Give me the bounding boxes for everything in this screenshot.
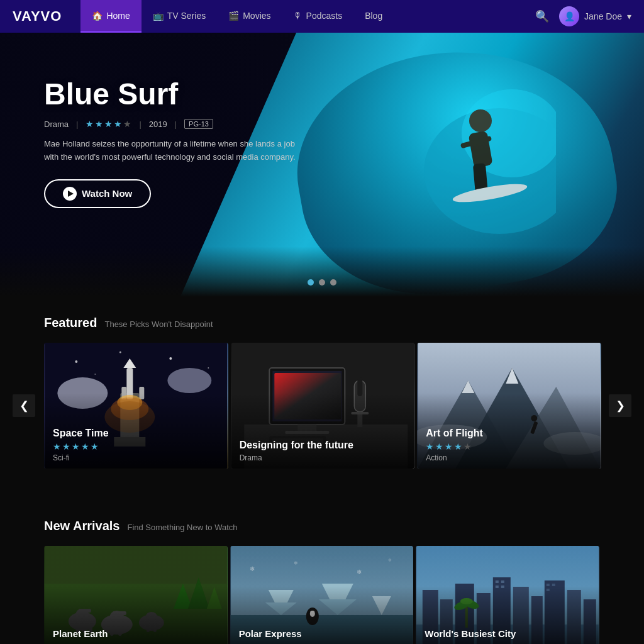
featured-card-space-time[interactable]: Space Time ★ ★ ★ ★ ★ Sci-fi — [44, 343, 228, 469]
dot-1[interactable] — [308, 279, 314, 286]
carousel-left-arrow[interactable]: ❮ — [13, 394, 35, 417]
hero-description: Mae Holland seizes the opportunity of a … — [44, 138, 308, 164]
carousel-right-arrow[interactable]: ❯ — [609, 394, 631, 417]
nav-label-blog: Blog — [365, 11, 382, 21]
arrival-card-polar-express[interactable]: ❄ ❄ ❄ ❄ Polar Express — [230, 546, 414, 644]
featured-cards-row: Space Time ★ ★ ★ ★ ★ Sci-fi — [0, 343, 644, 469]
card-genre-art-of-flight: Action — [426, 453, 592, 462]
nav-item-home[interactable]: 🏠 Home — [80, 0, 141, 33]
hero-content: Blue Surf Drama | ★ ★ ★ ★ ★ | 2019 | PG-… — [0, 33, 644, 208]
arrival-title-worlds-busiest-city: World's Busiest City — [425, 628, 516, 639]
podcasts-icon: 🎙 — [294, 11, 303, 21]
hero-banner: Blue Surf Drama | ★ ★ ★ ★ ★ | 2019 | PG-… — [0, 33, 644, 297]
arrival-card-worlds-busiest-city[interactable]: World's Busiest City — [416, 546, 599, 644]
dot-2[interactable] — [319, 279, 325, 286]
movies-icon: 🎬 — [228, 11, 239, 21]
arrival-title-polar-express: Polar Express — [239, 628, 302, 639]
nav-label-movies: Movies — [243, 11, 270, 21]
arrival-card-planet-earth[interactable]: Planet Earth — [44, 546, 228, 644]
chevron-down-icon: ▾ — [627, 11, 631, 21]
nav-item-blog[interactable]: Blog — [353, 0, 394, 33]
play-icon — [63, 187, 77, 201]
new-arrivals-title: New Arrivals — [44, 519, 119, 533]
card-image-art-of-flight: Art of Flight ★ ★ ★ ★ ★ Action — [417, 343, 601, 469]
nav-item-podcasts[interactable]: 🎙 Podcasts — [282, 0, 354, 33]
dot-3[interactable] — [330, 279, 336, 286]
hero-genre: Drama — [44, 119, 69, 129]
brand-logo[interactable]: VAYVO — [13, 8, 62, 25]
card-title-space-time: Space Time — [53, 428, 219, 439]
home-icon: 🏠 — [92, 11, 103, 21]
nav-label-home: Home — [106, 11, 130, 21]
new-arrivals-section: New Arrivals Find Something New to Watch — [0, 500, 644, 644]
new-arrivals-row: Planet Earth — [0, 546, 644, 644]
card-title-art-of-flight: Art of Flight — [426, 428, 592, 439]
arrival-title-planet-earth: Planet Earth — [53, 628, 108, 639]
new-arrivals-subtitle: Find Something New to Watch — [127, 523, 237, 532]
featured-subtitle: These Picks Won't Disappoint — [104, 319, 213, 329]
card-image-designing-future: Designing for the future Drama — [231, 343, 415, 469]
avatar: 👤 — [559, 6, 579, 26]
hero-meta: Drama | ★ ★ ★ ★ ★ | 2019 | PG-13 — [44, 119, 600, 129]
user-menu[interactable]: 👤 Jane Doe ▾ — [559, 6, 631, 26]
card-image-space-time: Space Time ★ ★ ★ ★ ★ Sci-fi — [44, 343, 228, 469]
card-stars-art-of-flight: ★ ★ ★ ★ ★ — [426, 441, 592, 452]
card-stars-space-time: ★ ★ ★ ★ ★ — [53, 441, 219, 452]
watch-now-label: Watch Now — [82, 188, 132, 199]
user-name: Jane Doe — [584, 11, 622, 21]
card-genre-space-time: Sci-fi — [53, 453, 219, 462]
watch-now-button[interactable]: Watch Now — [44, 179, 151, 208]
new-arrivals-header: New Arrivals Find Something New to Watch — [0, 519, 644, 533]
nav-label-podcasts: Podcasts — [306, 11, 343, 21]
nav-right: 🔍 👤 Jane Doe ▾ — [535, 6, 631, 26]
featured-cards-wrap: ❮ — [0, 343, 644, 469]
hero-mpaa-rating: PG-13 — [184, 119, 213, 129]
featured-header: Featured These Picks Won't Disappoint — [0, 316, 644, 330]
featured-card-art-of-flight[interactable]: Art of Flight ★ ★ ★ ★ ★ Action — [417, 343, 601, 469]
hero-year: 2019 — [149, 119, 167, 129]
featured-card-designing-future[interactable]: Designing for the future Drama — [231, 343, 415, 469]
nav-items: 🏠 Home 📺 TV Series 🎬 Movies 🎙 Podcasts B… — [80, 0, 535, 33]
hero-rating-stars: ★ ★ ★ ★ ★ — [86, 119, 131, 129]
card-title-designing-future: Designing for the future — [240, 440, 406, 451]
search-button[interactable]: 🔍 — [535, 9, 549, 23]
tv-icon: 📺 — [153, 11, 164, 21]
hero-fade — [0, 247, 644, 297]
nav-item-tv-series[interactable]: 📺 TV Series — [142, 0, 217, 33]
featured-title: Featured — [44, 316, 97, 330]
navbar: VAYVO 🏠 Home 📺 TV Series 🎬 Movies 🎙 Podc… — [0, 0, 644, 33]
card-genre-designing-future: Drama — [240, 453, 406, 462]
carousel-dots — [308, 279, 336, 286]
featured-section: Featured These Picks Won't Disappoint ❮ — [0, 297, 644, 481]
nav-item-movies[interactable]: 🎬 Movies — [217, 0, 282, 33]
nav-label-tv-series: TV Series — [167, 11, 206, 21]
hero-title: Blue Surf — [44, 77, 600, 111]
